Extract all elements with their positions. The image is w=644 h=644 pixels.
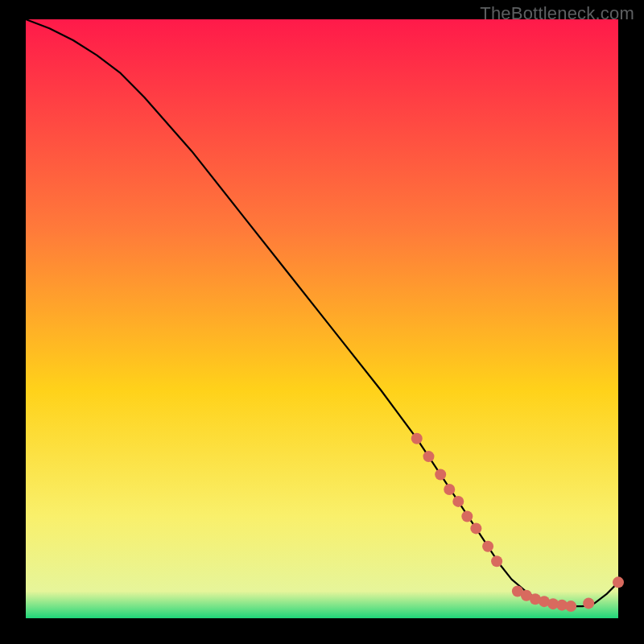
highlight-dot: [452, 496, 464, 507]
highlight-dot: [461, 511, 473, 522]
chart-stage: TheBottleneck.com: [0, 0, 644, 644]
highlight-dot: [565, 601, 576, 612]
bottleneck-chart: [0, 0, 644, 644]
highlight-dot: [470, 522, 481, 534]
plot-area: [26, 19, 618, 618]
highlight-dot: [583, 597, 594, 609]
highlight-dot: [423, 451, 434, 462]
watermark-text: TheBottleneck.com: [480, 3, 634, 24]
highlight-dot: [613, 576, 624, 588]
highlight-dot: [435, 469, 446, 480]
highlight-dot: [491, 555, 502, 567]
highlight-dot: [444, 484, 455, 495]
highlight-dot: [411, 433, 423, 444]
highlight-dot: [482, 541, 493, 552]
